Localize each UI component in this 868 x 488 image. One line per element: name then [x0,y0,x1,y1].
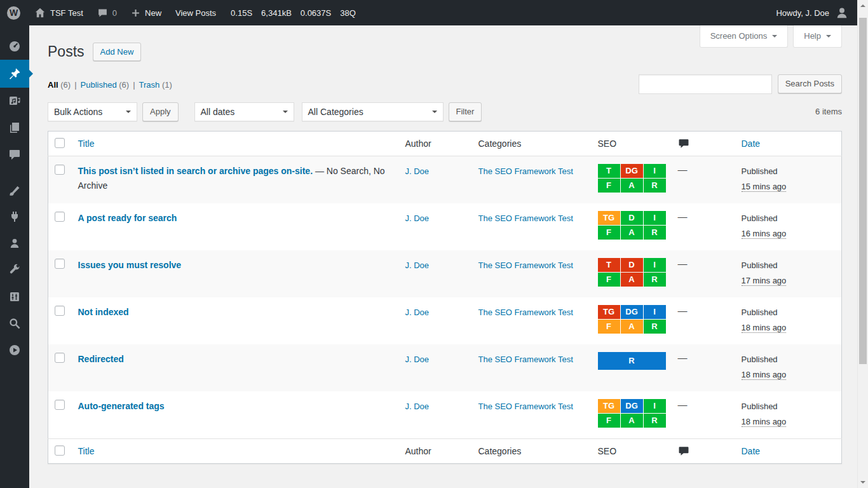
seo-badge-A[interactable]: A [621,414,643,428]
author-link[interactable]: J. Doe [405,355,430,364]
seo-badge-TG[interactable]: TG [598,305,620,319]
post-title-link[interactable]: Auto-generated tags [78,401,165,411]
seo-badge-R[interactable]: R [644,273,666,287]
menu-separator [0,168,29,177]
sidebar-item-users[interactable] [0,230,29,257]
select-all-checkbox[interactable] [55,445,65,456]
seo-badge-D[interactable]: D [621,211,643,225]
sidebar-item-media[interactable] [0,88,29,114]
seo-badge-R[interactable]: R [644,320,666,334]
user-icon [8,237,21,250]
author-link[interactable]: J. Doe [405,261,430,270]
post-title-link[interactable]: Redirected [78,354,124,364]
row-checkbox[interactable] [55,259,65,269]
sidebar-item-dashboard[interactable] [0,33,29,60]
row-checkbox[interactable] [55,212,65,222]
seo-badge-D[interactable]: D [621,258,643,272]
bulk-actions-select[interactable]: Bulk Actions [48,102,137,121]
filter-button[interactable]: Filter [449,102,482,121]
row-checkbox[interactable] [55,165,65,175]
sort-date-link[interactable]: Date [742,139,761,149]
scroll-up-icon[interactable] [860,4,865,7]
sort-title-link[interactable]: Title [78,446,95,456]
add-new-button[interactable]: Add New [93,43,142,61]
sidebar-item-pages[interactable] [0,114,29,141]
comments-value: — [678,305,688,316]
vertical-scrollbar[interactable] [857,0,868,488]
seo-badge-F[interactable]: F [598,179,620,193]
sidebar-item-plugins[interactable] [0,203,29,230]
category-link[interactable]: The SEO Framework Test [478,402,573,411]
category-link[interactable]: The SEO Framework Test [478,166,573,176]
new-content-menu[interactable]: New [124,0,168,25]
scroll-down-icon[interactable] [860,481,865,484]
post-title-link[interactable]: A post ready for search [78,213,177,223]
seo-badge-T[interactable]: T [598,164,620,178]
author-link[interactable]: J. Doe [405,214,430,223]
category-link[interactable]: The SEO Framework Test [478,355,573,364]
sidebar-item-appearance[interactable] [0,177,29,203]
search-posts-button[interactable]: Search Posts [778,74,842,93]
seo-badge-A[interactable]: A [621,320,643,334]
seo-badge-F[interactable]: F [598,414,620,428]
scrollbar-thumb[interactable] [859,18,867,364]
seo-badge-A[interactable]: A [621,226,643,240]
seo-badge-F[interactable]: F [598,320,620,334]
sidebar-item-comments[interactable] [0,141,29,168]
seo-badge-R[interactable]: R [644,226,666,240]
seo-badge-I[interactable]: I [644,164,666,178]
my-account-menu[interactable]: Howdy, J. Doe [776,6,868,20]
search-input[interactable] [639,74,772,94]
seo-badge-R[interactable]: R [644,414,666,428]
sidebar-item-tools[interactable] [0,257,29,283]
view-all-link[interactable]: All (6) [48,80,71,90]
seo-badge-F[interactable]: F [598,273,620,287]
seo-badge-TG[interactable]: TG [598,211,620,225]
sidebar-item-settings[interactable] [0,283,29,310]
sidebar-item-posts[interactable] [0,60,29,88]
seo-badge-I[interactable]: I [644,258,666,272]
author-link[interactable]: J. Doe [405,402,430,411]
seo-badge-A[interactable]: A [621,273,643,287]
row-checkbox[interactable] [55,400,65,410]
apply-button[interactable]: Apply [142,102,179,121]
performance-stats[interactable]: 0.15S 6,341kB 0.0637S 38Q [223,8,363,18]
select-all-checkbox[interactable] [55,138,65,148]
sort-title-link[interactable]: Title [78,139,95,149]
post-title-link[interactable]: Not indexed [78,307,129,317]
seo-badge-R[interactable]: R [598,352,666,370]
view-published-link[interactable]: Published (6) [81,80,130,90]
help-tab[interactable]: Help [793,25,842,48]
seo-badge-R[interactable]: R [644,179,666,193]
row-checkbox[interactable] [55,353,65,363]
seo-badge-A[interactable]: A [621,179,643,193]
sort-date-link[interactable]: Date [742,446,761,456]
seo-badge-I[interactable]: I [644,305,666,319]
sidebar-item-media-player[interactable] [0,337,29,363]
post-title-link[interactable]: This post isn’t listed in search or arch… [78,166,313,176]
dates-filter-select[interactable]: All dates [194,102,294,121]
category-link[interactable]: The SEO Framework Test [478,261,573,270]
wp-logo-menu[interactable]: W [0,0,27,25]
category-link[interactable]: The SEO Framework Test [478,214,573,223]
seo-badge-I[interactable]: I [644,399,666,413]
seo-badge-T[interactable]: T [598,258,620,272]
site-name-link[interactable]: TSF Test [27,0,90,25]
view-trash-link[interactable]: Trash (1) [139,80,172,90]
category-link[interactable]: The SEO Framework Test [478,308,573,317]
author-link[interactable]: J. Doe [405,166,430,176]
seo-badge-I[interactable]: I [644,211,666,225]
row-checkbox[interactable] [55,306,65,316]
sidebar-item-seo[interactable] [0,310,29,337]
seo-badge-F[interactable]: F [598,226,620,240]
seo-badge-TG[interactable]: TG [598,399,620,413]
seo-badge-DG[interactable]: DG [621,399,643,413]
comments-menu[interactable]: 0 [90,0,124,25]
view-posts-link[interactable]: View Posts [168,0,223,25]
author-link[interactable]: J. Doe [405,308,430,317]
post-title-link[interactable]: Issues you must resolve [78,260,182,270]
screen-options-tab[interactable]: Screen Options [700,25,789,48]
seo-badge-DG[interactable]: DG [621,305,643,319]
categories-filter-select[interactable]: All Categories [302,102,444,121]
seo-badge-DG[interactable]: DG [621,164,643,178]
